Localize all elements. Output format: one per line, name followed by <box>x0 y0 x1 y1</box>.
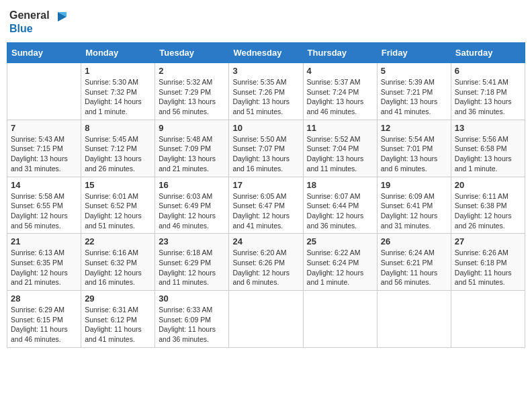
day-number: 28 <box>11 293 77 304</box>
day-info: Sunrise: 6:20 AM Sunset: 6:26 PM Dayligh… <box>232 248 299 287</box>
day-info: Sunrise: 6:05 AM Sunset: 6:47 PM Dayligh… <box>232 191 299 231</box>
calendar-table: SundayMondayTuesdayWednesdayThursdayFrid… <box>7 42 525 348</box>
day-number: 13 <box>455 123 521 133</box>
day-number: 20 <box>455 180 521 190</box>
day-cell: 9Sunrise: 5:48 AM Sunset: 7:09 PM Daylig… <box>155 120 229 177</box>
day-info: Sunrise: 5:52 AM Sunset: 7:04 PM Dayligh… <box>307 134 373 174</box>
day-info: Sunrise: 5:37 AM Sunset: 7:24 PM Dayligh… <box>307 77 373 117</box>
day-info: Sunrise: 5:45 AM Sunset: 7:12 PM Dayligh… <box>85 134 151 174</box>
day-cell: 12Sunrise: 5:54 AM Sunset: 7:01 PM Dayli… <box>377 120 451 177</box>
day-cell: 30Sunrise: 6:33 AM Sunset: 6:09 PM Dayli… <box>155 291 229 348</box>
day-info: Sunrise: 5:58 AM Sunset: 6:55 PM Dayligh… <box>11 191 77 231</box>
day-number: 1 <box>85 66 151 76</box>
day-info: Sunrise: 6:16 AM Sunset: 6:32 PM Dayligh… <box>85 248 151 287</box>
day-cell <box>303 291 377 348</box>
col-header-tuesday: Tuesday <box>155 43 229 63</box>
day-number: 5 <box>381 66 447 76</box>
day-info: Sunrise: 6:07 AM Sunset: 6:44 PM Dayligh… <box>307 191 373 231</box>
logo-svg: GeneralBlue <box>9 7 70 37</box>
day-number: 30 <box>159 293 225 304</box>
day-cell: 15Sunrise: 6:01 AM Sunset: 6:52 PM Dayli… <box>81 177 155 234</box>
day-number: 4 <box>307 66 373 76</box>
day-cell: 20Sunrise: 6:11 AM Sunset: 6:38 PM Dayli… <box>451 177 525 234</box>
day-number: 7 <box>11 123 77 133</box>
day-number: 15 <box>85 180 151 190</box>
day-number: 6 <box>455 66 521 76</box>
day-number: 21 <box>11 236 77 246</box>
day-number: 3 <box>232 66 299 76</box>
day-info: Sunrise: 6:03 AM Sunset: 6:49 PM Dayligh… <box>159 191 225 231</box>
day-cell: 16Sunrise: 6:03 AM Sunset: 6:49 PM Dayli… <box>155 177 229 234</box>
day-cell: 27Sunrise: 6:26 AM Sunset: 6:18 PM Dayli… <box>451 234 525 291</box>
day-number: 16 <box>159 180 225 190</box>
day-info: Sunrise: 6:29 AM Sunset: 6:15 PM Dayligh… <box>11 305 77 345</box>
day-number: 17 <box>232 180 299 190</box>
day-info: Sunrise: 5:43 AM Sunset: 7:15 PM Dayligh… <box>11 134 77 174</box>
week-row-4: 21Sunrise: 6:13 AM Sunset: 6:35 PM Dayli… <box>7 234 525 291</box>
day-info: Sunrise: 6:33 AM Sunset: 6:09 PM Dayligh… <box>159 305 225 345</box>
day-info: Sunrise: 5:32 AM Sunset: 7:29 PM Dayligh… <box>159 77 225 117</box>
day-cell: 6Sunrise: 5:41 AM Sunset: 7:18 PM Daylig… <box>451 63 525 120</box>
day-info: Sunrise: 6:01 AM Sunset: 6:52 PM Dayligh… <box>85 191 151 231</box>
day-number: 14 <box>11 180 77 190</box>
day-info: Sunrise: 6:24 AM Sunset: 6:21 PM Dayligh… <box>381 248 447 287</box>
day-number: 18 <box>307 180 373 190</box>
day-info: Sunrise: 5:39 AM Sunset: 7:21 PM Dayligh… <box>381 77 447 117</box>
col-header-saturday: Saturday <box>451 43 525 63</box>
day-info: Sunrise: 6:31 AM Sunset: 6:12 PM Dayligh… <box>85 305 151 345</box>
day-cell: 29Sunrise: 6:31 AM Sunset: 6:12 PM Dayli… <box>81 291 155 348</box>
logo: GeneralBlue <box>9 7 70 37</box>
week-row-5: 28Sunrise: 6:29 AM Sunset: 6:15 PM Dayli… <box>7 291 525 348</box>
day-cell: 4Sunrise: 5:37 AM Sunset: 7:24 PM Daylig… <box>303 63 377 120</box>
week-row-3: 14Sunrise: 5:58 AM Sunset: 6:55 PM Dayli… <box>7 177 525 234</box>
day-info: Sunrise: 5:56 AM Sunset: 6:58 PM Dayligh… <box>455 134 521 174</box>
day-cell: 1Sunrise: 5:30 AM Sunset: 7:32 PM Daylig… <box>81 63 155 120</box>
day-number: 27 <box>455 236 521 246</box>
col-header-monday: Monday <box>81 43 155 63</box>
day-number: 25 <box>307 236 373 246</box>
day-cell: 2Sunrise: 5:32 AM Sunset: 7:29 PM Daylig… <box>155 63 229 120</box>
col-header-thursday: Thursday <box>303 43 377 63</box>
day-cell: 10Sunrise: 5:50 AM Sunset: 7:07 PM Dayli… <box>229 120 303 177</box>
week-row-2: 7Sunrise: 5:43 AM Sunset: 7:15 PM Daylig… <box>7 120 525 177</box>
col-header-sunday: Sunday <box>7 43 81 63</box>
day-cell: 22Sunrise: 6:16 AM Sunset: 6:32 PM Dayli… <box>81 234 155 291</box>
day-cell: 14Sunrise: 5:58 AM Sunset: 6:55 PM Dayli… <box>7 177 81 234</box>
day-cell: 3Sunrise: 5:35 AM Sunset: 7:26 PM Daylig… <box>229 63 303 120</box>
day-cell: 21Sunrise: 6:13 AM Sunset: 6:35 PM Dayli… <box>7 234 81 291</box>
day-info: Sunrise: 6:22 AM Sunset: 6:24 PM Dayligh… <box>307 248 373 287</box>
day-cell: 8Sunrise: 5:45 AM Sunset: 7:12 PM Daylig… <box>81 120 155 177</box>
day-number: 22 <box>85 236 151 246</box>
day-number: 29 <box>85 293 151 304</box>
day-cell: 11Sunrise: 5:52 AM Sunset: 7:04 PM Dayli… <box>303 120 377 177</box>
day-cell: 5Sunrise: 5:39 AM Sunset: 7:21 PM Daylig… <box>377 63 451 120</box>
day-number: 23 <box>159 236 225 246</box>
day-info: Sunrise: 6:09 AM Sunset: 6:41 PM Dayligh… <box>381 191 447 231</box>
day-number: 11 <box>307 123 373 133</box>
svg-text:Blue: Blue <box>9 23 33 34</box>
day-info: Sunrise: 5:35 AM Sunset: 7:26 PM Dayligh… <box>232 77 299 117</box>
day-info: Sunrise: 5:48 AM Sunset: 7:09 PM Dayligh… <box>159 134 225 174</box>
week-row-1: 1Sunrise: 5:30 AM Sunset: 7:32 PM Daylig… <box>7 63 525 120</box>
page-header: GeneralBlue <box>7 7 525 37</box>
day-info: Sunrise: 5:41 AM Sunset: 7:18 PM Dayligh… <box>455 77 521 117</box>
day-info: Sunrise: 5:54 AM Sunset: 7:01 PM Dayligh… <box>381 134 447 174</box>
day-cell: 25Sunrise: 6:22 AM Sunset: 6:24 PM Dayli… <box>303 234 377 291</box>
day-number: 8 <box>85 123 151 133</box>
col-header-friday: Friday <box>377 43 451 63</box>
day-cell: 26Sunrise: 6:24 AM Sunset: 6:21 PM Dayli… <box>377 234 451 291</box>
day-cell: 17Sunrise: 6:05 AM Sunset: 6:47 PM Dayli… <box>229 177 303 234</box>
day-cell: 23Sunrise: 6:18 AM Sunset: 6:29 PM Dayli… <box>155 234 229 291</box>
col-header-wednesday: Wednesday <box>229 43 303 63</box>
day-cell: 28Sunrise: 6:29 AM Sunset: 6:15 PM Dayli… <box>7 291 81 348</box>
day-number: 26 <box>381 236 447 246</box>
day-cell: 18Sunrise: 6:07 AM Sunset: 6:44 PM Dayli… <box>303 177 377 234</box>
day-number: 9 <box>159 123 225 133</box>
day-number: 24 <box>232 236 299 246</box>
day-info: Sunrise: 6:13 AM Sunset: 6:35 PM Dayligh… <box>11 248 77 287</box>
day-info: Sunrise: 6:11 AM Sunset: 6:38 PM Dayligh… <box>455 191 521 231</box>
day-cell <box>451 291 525 348</box>
day-cell: 7Sunrise: 5:43 AM Sunset: 7:15 PM Daylig… <box>7 120 81 177</box>
day-cell <box>229 291 303 348</box>
svg-text:General: General <box>9 9 50 21</box>
